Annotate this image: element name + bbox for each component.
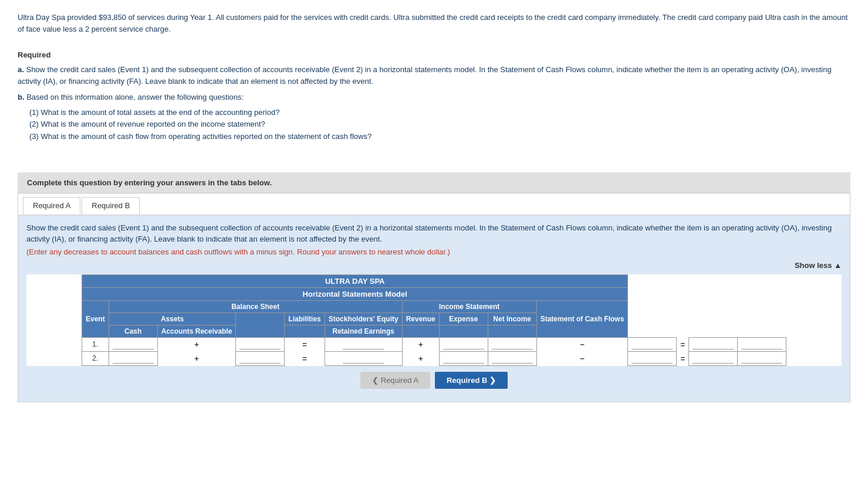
ar-input-2[interactable] xyxy=(236,351,285,365)
table-row: 1. + = + xyxy=(82,337,786,351)
cash-flows-header: Statement of Cash Flows xyxy=(536,300,628,337)
ar-field-2[interactable] xyxy=(239,354,281,364)
question-b-label: b. xyxy=(18,93,25,101)
intro-paragraph: Ultra Day Spa provided $93,850 of servic… xyxy=(18,12,850,35)
complete-bar-text: Complete this question by entering your … xyxy=(27,178,272,187)
tab-content-area: Show the credit card sales (Event 1) and… xyxy=(18,215,850,402)
event-1: 1. xyxy=(82,337,109,351)
equals-op-2a: = xyxy=(285,351,325,365)
equals-op-2b: = xyxy=(677,351,689,365)
intro-text: Ultra Day Spa provided $93,850 of servic… xyxy=(18,13,847,33)
revenue-input-1[interactable] xyxy=(488,337,536,351)
question-a: a. Show the credit card sales (Event 1) … xyxy=(18,64,850,87)
show-less[interactable]: Show less ▲ xyxy=(26,261,842,270)
question-a-label: a. xyxy=(18,65,24,74)
expense-input-2[interactable] xyxy=(628,351,677,365)
required-label: Required xyxy=(18,50,850,59)
sub-question-1: (1) What is the amount of total assets a… xyxy=(29,107,850,119)
revenue-field-2[interactable] xyxy=(492,354,533,364)
ar-col-header: Accounts Receivable xyxy=(157,325,236,337)
plus-op-2a: + xyxy=(157,351,236,365)
cash-input-1[interactable] xyxy=(109,337,157,351)
cash-field-2[interactable] xyxy=(113,354,154,364)
liabilities-input-1[interactable] xyxy=(325,337,402,351)
cash-flows-field-2[interactable] xyxy=(741,354,782,364)
equals-op-1b: = xyxy=(677,337,689,351)
net-income-input-1[interactable] xyxy=(688,337,737,351)
revenue-col-header xyxy=(402,325,439,337)
liabilities-header: Liabilities xyxy=(285,313,325,325)
plus-op-1b: + xyxy=(402,337,439,351)
table-wrapper: ULTRA DAY SPA Horizontal Statements Mode… xyxy=(26,274,842,366)
balance-sheet-header: Balance Sheet xyxy=(109,300,402,313)
re-field-1[interactable] xyxy=(443,340,484,350)
section-header-row: Event Balance Sheet Income Statement Sta… xyxy=(82,300,786,313)
net-income-col-header xyxy=(488,325,536,337)
table-subtitle: Horizontal Statements Model xyxy=(82,287,628,300)
cash-flows-input-2[interactable] xyxy=(737,351,786,365)
liabilities-col-header xyxy=(285,325,325,337)
tab-note: (Enter any decreases to account balances… xyxy=(26,247,842,256)
expense-header: Expense xyxy=(439,313,488,325)
re-input-2[interactable] xyxy=(439,351,488,365)
sub-question-2: (2) What is the amount of revenue report… xyxy=(29,118,850,131)
minus-op-2: − xyxy=(536,351,628,365)
cash-input-2[interactable] xyxy=(109,351,157,365)
table-title: ULTRA DAY SPA xyxy=(82,274,628,287)
title-row: ULTRA DAY SPA xyxy=(82,274,786,287)
mid-header-row: Assets Liabilities Stockholders' Equity … xyxy=(82,313,786,325)
income-statement-header: Income Statement xyxy=(402,300,536,313)
equals-op-1a: = xyxy=(285,337,325,351)
tab-required-a[interactable]: Required A xyxy=(23,197,80,215)
sub-questions: (1) What is the amount of total assets a… xyxy=(29,107,850,143)
statements-table: ULTRA DAY SPA Horizontal Statements Mode… xyxy=(82,274,786,366)
complete-bar: Complete this question by entering your … xyxy=(18,172,850,193)
nav-buttons: ❮ Required A Required B ❯ xyxy=(26,372,842,395)
cash-flows-input-1[interactable] xyxy=(737,337,786,351)
net-income-field-1[interactable] xyxy=(693,340,734,350)
net-income-header: Net Income xyxy=(488,313,536,325)
tab-description: Show the credit card sales (Event 1) and… xyxy=(26,222,842,245)
re-field-2[interactable] xyxy=(443,354,484,364)
prev-button[interactable]: ❮ Required A xyxy=(360,372,430,389)
event-header: Event xyxy=(82,300,109,337)
assets-header: Assets xyxy=(109,313,236,325)
next-button[interactable]: Required B ❯ xyxy=(435,372,508,389)
re-input-1[interactable] xyxy=(439,337,488,351)
expense-col-header xyxy=(439,325,488,337)
liabilities-field-1[interactable] xyxy=(343,340,384,350)
revenue-input-2[interactable] xyxy=(488,351,536,365)
ar-input-1[interactable] xyxy=(236,337,285,351)
table-row: 2. + = + xyxy=(82,351,786,365)
se-header: Stockholders' Equity xyxy=(325,313,402,325)
revenue-field-1[interactable] xyxy=(492,340,533,350)
tabs-container: Required A Required B Show the credit ca… xyxy=(18,193,850,402)
cash-flows-field-1[interactable] xyxy=(741,340,782,350)
expense-input-1[interactable] xyxy=(628,337,677,351)
cash-col-header: Cash xyxy=(109,325,157,337)
sub-question-3: (3) What is the amount of cash flow from… xyxy=(29,131,850,143)
liabilities-input-2[interactable] xyxy=(325,351,402,365)
tab-required-b[interactable]: Required B xyxy=(82,197,140,215)
question-b-text: Based on this information alone, answer … xyxy=(26,93,244,101)
net-income-input-2[interactable] xyxy=(688,351,737,365)
expense-field-1[interactable] xyxy=(631,340,673,350)
expense-field-2[interactable] xyxy=(631,354,673,364)
cash-field-1[interactable] xyxy=(113,340,154,350)
event-2: 2. xyxy=(82,351,109,365)
re-col-header: Retained Earnings xyxy=(325,325,402,337)
plus-op-2b: + xyxy=(402,351,439,365)
question-a-text: Show the credit card sales (Event 1) and… xyxy=(18,65,832,86)
minus-op-1: − xyxy=(536,337,628,351)
question-b: b. Based on this information alone, answ… xyxy=(18,91,850,103)
revenue-header: Revenue xyxy=(402,313,439,325)
net-income-field-2[interactable] xyxy=(693,354,734,364)
col-detail-header-row: Cash Accounts Receivable Retained Earnin… xyxy=(82,325,786,337)
subtitle-row: Horizontal Statements Model xyxy=(82,287,786,300)
tab-bar: Required A Required B xyxy=(18,194,850,215)
plus-op-1a: + xyxy=(157,337,236,351)
liabilities-field-2[interactable] xyxy=(343,354,384,364)
ar-field-1[interactable] xyxy=(239,340,281,350)
